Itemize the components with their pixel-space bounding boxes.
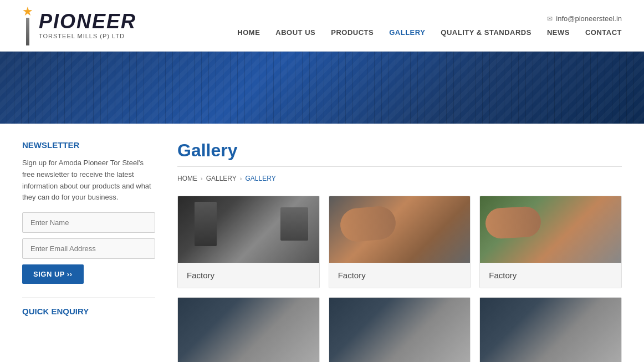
breadcrumb: HOME › GALLERY › GALLERY	[177, 175, 622, 182]
main-nav: HOME ABOUT US PRODUCTS GALLERY QUALITY &…	[237, 28, 622, 37]
header-right: ✉ info@pioneersteel.in HOME ABOUT US PRO…	[237, 14, 622, 37]
gallery-item-4[interactable]	[177, 297, 320, 362]
newsletter-title: NEWSLETTER	[22, 140, 155, 150]
name-input[interactable]	[22, 212, 155, 233]
email-info: ✉ info@pioneersteel.in	[547, 14, 622, 23]
logo-subtitle-text: TORSTEEL MILLS (P) LTD	[39, 33, 136, 39]
site-header: ★ PIONEER TORSTEEL MILLS (P) LTD ✉ info@…	[0, 0, 644, 52]
star-icon: ★	[22, 6, 33, 18]
signup-button[interactable]: SIGN UP ››	[22, 264, 84, 284]
page-title: Gallery	[177, 140, 622, 161]
breadcrumb-current: GALLERY	[246, 175, 276, 182]
breadcrumb-arrow-2: ›	[240, 175, 242, 182]
sidebar-divider	[22, 297, 155, 298]
nav-about[interactable]: ABOUT US	[275, 28, 315, 37]
logo-pioneer-text: PIONEER	[39, 12, 136, 32]
nav-news[interactable]: NEWS	[547, 28, 570, 37]
logo-icon: ★	[22, 6, 33, 45]
gallery-item-5[interactable]	[329, 297, 471, 362]
nav-products[interactable]: PRODUCTS	[331, 28, 374, 37]
gallery-image-6	[480, 298, 621, 362]
gallery-image-3	[480, 196, 621, 263]
gallery-area: Gallery HOME › GALLERY › GALLERY Factory…	[177, 140, 622, 362]
quick-enquiry-title: QUICK ENQUIRY	[22, 307, 155, 316]
gallery-item-2[interactable]: Factory	[329, 196, 471, 288]
nav-gallery[interactable]: GALLERY	[389, 28, 425, 37]
gallery-label-1: Factory	[178, 263, 319, 288]
email-input[interactable]	[22, 238, 155, 259]
gallery-label-2: Factory	[329, 263, 471, 288]
gallery-label-3: Factory	[480, 263, 621, 288]
gallery-item-1[interactable]: Factory	[177, 196, 320, 288]
nav-contact[interactable]: CONTACT	[585, 28, 622, 37]
gallery-grid: Factory Factory Factory	[177, 196, 622, 362]
email-icon: ✉	[547, 15, 553, 23]
gallery-item-6[interactable]	[479, 297, 622, 362]
main-content: NEWSLETTER Sign up for Amoda Pioneer Tor…	[0, 124, 644, 362]
logo[interactable]: ★ PIONEER TORSTEEL MILLS (P) LTD	[22, 6, 136, 45]
gallery-divider	[177, 166, 622, 167]
gallery-item-3[interactable]: Factory	[479, 196, 622, 288]
breadcrumb-arrow-1: ›	[201, 175, 203, 182]
nav-home[interactable]: HOME	[237, 28, 260, 37]
gallery-image-1	[178, 196, 319, 263]
logo-text: PIONEER TORSTEEL MILLS (P) LTD	[39, 12, 136, 39]
gallery-image-4	[178, 298, 319, 362]
nav-quality[interactable]: QUALITY & STANDARDS	[441, 28, 531, 37]
newsletter-description: Sign up for Amoda Pioneer Tor Steel's fr…	[22, 157, 155, 203]
gallery-image-2	[329, 196, 471, 263]
email-link[interactable]: info@pioneersteel.in	[556, 14, 622, 23]
breadcrumb-gallery[interactable]: GALLERY	[206, 175, 237, 182]
sidebar: NEWSLETTER Sign up for Amoda Pioneer Tor…	[22, 140, 155, 362]
pillar-icon	[26, 18, 29, 45]
hero-ridges	[0, 52, 644, 124]
breadcrumb-home[interactable]: HOME	[177, 175, 197, 182]
hero-banner	[0, 52, 644, 124]
gallery-image-5	[329, 298, 471, 362]
